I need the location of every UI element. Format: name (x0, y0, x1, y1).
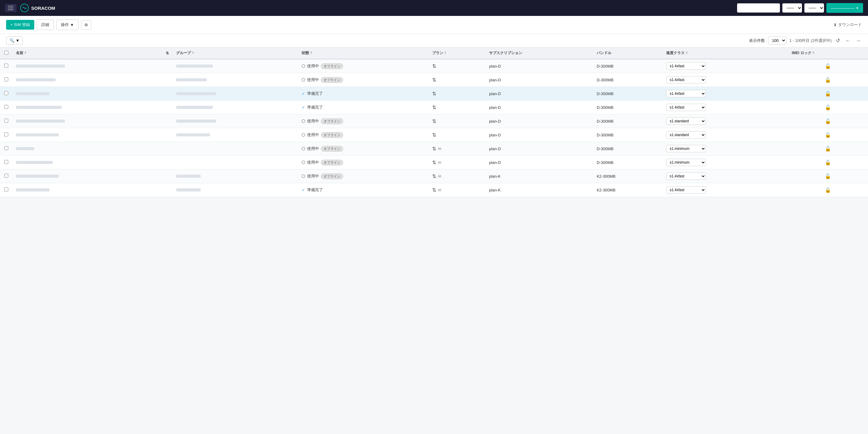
speed-class-select[interactable]: s1.minimums1.standards1.4xfasts1.fast (666, 104, 706, 111)
row-check-cell (0, 101, 12, 114)
row-check-cell (0, 114, 12, 128)
settings-button[interactable]: ⚙ (81, 20, 91, 30)
th-speed-class: 速度クラス ? (662, 48, 788, 59)
row-checkbox[interactable] (4, 119, 8, 123)
row-name-cell (12, 183, 162, 197)
row-speed-class-cell: s1.minimums1.standards1.4xfasts1.fast (662, 87, 788, 101)
header: SORACOM —— —— —————— (0, 0, 868, 16)
row-plan-cell: ⇅ (429, 73, 486, 87)
data-transfer-icon: ⇅ (432, 77, 436, 83)
search-filter-button[interactable]: 🔍 ▼ (6, 36, 23, 45)
row-checkbox[interactable] (4, 91, 8, 95)
speed-class-select[interactable]: s1.minimums1.standards1.4xfasts1.fast (666, 186, 706, 194)
row-check-cell (0, 59, 12, 73)
chevron-down-icon: ▼ (16, 38, 20, 43)
row-status-cell: 使用中オフライン (298, 156, 428, 169)
download-icon: ⬇ (833, 23, 837, 27)
header-search-input[interactable] (737, 3, 780, 12)
speed-class-select[interactable]: s1.minimums1.standards1.4xfasts1.fast (666, 76, 706, 84)
row-plan-cell: ⇅ (429, 87, 486, 101)
header-select-1[interactable]: —— (782, 3, 802, 12)
row-subscription-cell: plan-D (485, 101, 593, 114)
lock-icon[interactable]: 🔓 (825, 187, 831, 193)
row-speed-class-cell: s1.minimums1.standards1.4xfasts1.fast (662, 183, 788, 197)
sim-register-button[interactable]: + SIM 登録 (6, 20, 34, 30)
table-row: 使用中オフライン⇅plan-DD-300MBs1.minimums1.stand… (0, 59, 868, 73)
row-name-cell (12, 114, 162, 128)
row-subscription-cell: plan-D (485, 114, 593, 128)
row-status-cell: 使用中オフライン (298, 73, 428, 87)
row-bundle-cell: K2-300MB (593, 183, 663, 197)
speed-class-select[interactable]: s1.minimums1.standards1.4xfasts1.fast (666, 118, 706, 125)
refresh-button[interactable]: ↺ (835, 36, 841, 45)
lock-icon[interactable]: 🔓 (825, 78, 831, 83)
row-subscription-cell: plan-D (485, 59, 593, 73)
select-all-checkbox[interactable] (4, 51, 8, 55)
message-icon: ✉ (438, 160, 441, 165)
row-plan-cell: ⇅ (429, 59, 486, 73)
row-imei-lock-cell: 🔓 (788, 156, 868, 169)
row-plan-cell: ⇅ (429, 101, 486, 114)
hamburger-button[interactable] (5, 4, 17, 12)
lock-icon[interactable]: 🔓 (825, 146, 831, 151)
status-circle-icon (302, 161, 305, 164)
row-status-cell: 使用中オフライン (298, 142, 428, 156)
status-circle-icon (302, 119, 305, 123)
row-status-cell: 使用中オフライン (298, 128, 428, 142)
data-transfer-icon: ⇅ (432, 146, 436, 152)
row-status-cell: ✓準備完了 (298, 87, 428, 101)
row-status-cell: 使用中オフライン (298, 114, 428, 128)
status-text: 準備完了 (307, 187, 323, 193)
message-icon: ✉ (438, 188, 441, 192)
help-icon-name: ? (24, 51, 26, 55)
prev-page-button[interactable]: ← (844, 37, 851, 45)
row-check-cell (0, 128, 12, 142)
row-bundle-cell: D-300MB (593, 59, 663, 73)
table-body: 使用中オフライン⇅plan-DD-300MBs1.minimums1.stand… (0, 59, 868, 197)
download-link[interactable]: ⬇ ダウンロード (833, 22, 862, 28)
lock-icon[interactable]: 🔓 (825, 64, 831, 69)
row-checkbox[interactable] (4, 78, 8, 81)
lock-icon[interactable]: 🔓 (825, 91, 831, 96)
row-checkbox[interactable] (4, 64, 8, 68)
row-checkbox[interactable] (4, 160, 8, 164)
page-count-select[interactable]: 100 50 25 (768, 36, 786, 45)
lock-icon[interactable]: 🔓 (825, 105, 831, 110)
row-group-cell (173, 142, 298, 156)
speed-class-select[interactable]: s1.minimums1.standards1.4xfasts1.fast (666, 159, 706, 166)
next-page-button[interactable]: → (855, 37, 862, 45)
lock-icon[interactable]: 🔓 (825, 160, 831, 165)
lock-icon[interactable]: 🔓 (825, 132, 831, 137)
row-status-cell: 使用中オフライン (298, 169, 428, 183)
row-check-cell (0, 142, 12, 156)
row-checkbox[interactable] (4, 187, 8, 191)
table-row: 使用中オフライン⇅✉plan-DD-300MBs1.minimums1.stan… (0, 156, 868, 169)
lock-icon[interactable]: 🔓 (825, 174, 831, 179)
th-sort[interactable]: ⇅ (162, 48, 173, 59)
row-sort-cell (162, 142, 173, 156)
header-action-button[interactable]: —————— (827, 3, 863, 13)
row-checkbox[interactable] (4, 146, 8, 150)
row-checkbox[interactable] (4, 105, 8, 109)
data-transfer-icon: ⇅ (432, 174, 436, 179)
detail-button[interactable]: 詳細 (37, 20, 54, 30)
speed-class-select[interactable]: s1.minimums1.standards1.4xfasts1.fast (666, 131, 706, 138)
speed-class-select[interactable]: s1.minimums1.standards1.4xfasts1.fast (666, 173, 706, 180)
row-checkbox[interactable] (4, 132, 8, 136)
message-icon: ✉ (438, 147, 441, 151)
speed-class-select[interactable]: s1.minimums1.standards1.4xfasts1.fast (666, 90, 706, 97)
row-name-cell (12, 101, 162, 114)
row-status-cell: 使用中オフライン (298, 59, 428, 73)
row-checkbox[interactable] (4, 174, 8, 178)
speed-class-select[interactable]: s1.minimums1.standards1.4xfasts1.fast (666, 145, 706, 152)
status-text: 使用中 (307, 174, 319, 179)
table-row: 使用中オフライン⇅✉plan-KK2-300MBs1.minimums1.sta… (0, 169, 868, 183)
row-bundle-cell: D-300MB (593, 142, 663, 156)
lock-icon[interactable]: 🔓 (825, 119, 831, 124)
operation-button[interactable]: 操作 ▼ (56, 20, 79, 30)
speed-class-select[interactable]: s1.minimums1.standards1.4xfasts1.fast (666, 62, 706, 70)
row-plan-cell: ⇅✉ (429, 142, 486, 156)
header-select-2[interactable]: —— (804, 3, 824, 12)
row-group-cell (173, 183, 298, 197)
th-group: グループ ? (173, 48, 298, 59)
